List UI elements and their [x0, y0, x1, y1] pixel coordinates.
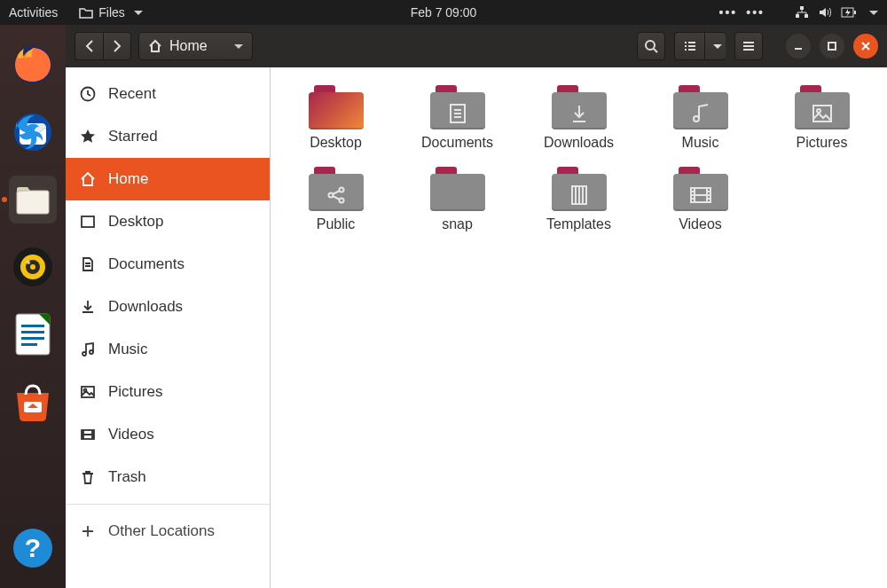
path-location-label: Home — [169, 38, 208, 54]
back-button[interactable] — [75, 32, 103, 60]
sidebar-item-videos[interactable]: Videos — [66, 413, 270, 456]
svg-rect-4 — [854, 11, 856, 14]
sidebar-item-label: Pictures — [108, 383, 162, 401]
folder-desktop[interactable]: Desktop — [279, 85, 392, 151]
svg-text:?: ? — [25, 533, 41, 562]
thunderbird-icon — [12, 112, 53, 153]
folder-icon — [309, 85, 364, 129]
down-icon — [552, 98, 607, 129]
close-button[interactable] — [853, 34, 878, 59]
battery-icon[interactable] — [841, 6, 857, 19]
svg-point-22 — [646, 41, 655, 50]
dock-app-help[interactable]: ? — [9, 524, 57, 572]
music-icon — [673, 98, 728, 129]
sidebar-item-label: Videos — [108, 426, 154, 443]
folder-label: Music — [682, 135, 719, 151]
folder-templates[interactable]: Templates — [522, 167, 635, 232]
sidebar-item-home[interactable]: Home — [66, 158, 270, 200]
sidebar-item-pictures[interactable]: Pictures — [66, 371, 270, 413]
clock[interactable]: Feb 7 09:00 — [411, 5, 477, 20]
folder-music[interactable]: Music — [644, 85, 757, 151]
desktop-icon — [80, 214, 96, 230]
minimize-button[interactable] — [786, 34, 811, 59]
document-icon — [80, 256, 96, 272]
nav-buttons — [75, 32, 131, 60]
sidebar-item-label: Documents — [108, 255, 184, 273]
sidebar-item-documents[interactable]: Documents — [66, 243, 270, 286]
volume-icon[interactable] — [818, 5, 832, 20]
svg-point-32 — [817, 109, 820, 113]
folder-label: Documents — [421, 135, 493, 151]
files-window: Home — [66, 25, 887, 588]
sidebar-item-starred[interactable]: Starred — [66, 115, 270, 158]
sidebar-item-label: Downloads — [108, 298, 183, 316]
network-icon[interactable] — [795, 5, 809, 20]
folder-public[interactable]: Public — [279, 167, 392, 232]
folder-label: Videos — [679, 216, 722, 232]
svg-rect-16 — [21, 331, 44, 333]
indicator-dots-icon[interactable]: ••• — [746, 5, 765, 20]
dock-app-software[interactable] — [9, 378, 57, 426]
folder-icon — [552, 85, 607, 129]
share-icon — [309, 179, 364, 211]
running-indicator-icon — [2, 197, 7, 202]
app-menu[interactable]: Files — [79, 5, 143, 20]
dock-app-libreoffice-writer[interactable] — [9, 310, 57, 358]
indicator-dots-icon[interactable]: ••• — [719, 5, 738, 20]
folder-snap[interactable]: snap — [401, 167, 514, 232]
path-bar[interactable]: Home — [138, 32, 253, 60]
view-options-button[interactable] — [704, 32, 726, 60]
forward-button[interactable] — [103, 32, 131, 60]
sidebar-item-label: Trash — [108, 468, 146, 486]
video-icon — [80, 427, 96, 443]
folder-label: snap — [442, 216, 473, 232]
music-icon — [80, 341, 96, 357]
folder-downloads[interactable]: Downloads — [522, 85, 635, 151]
folder-label: Desktop — [310, 135, 362, 151]
pic-icon — [795, 98, 850, 129]
chevron-down-icon — [713, 44, 722, 49]
hamburger-menu-button[interactable] — [734, 32, 763, 60]
app-menu-label: Files — [98, 5, 125, 20]
sidebar-item-label: Other Locations — [108, 522, 215, 540]
folder-icon — [673, 167, 728, 211]
view-switcher — [674, 32, 726, 60]
writer-icon — [14, 312, 51, 357]
list-view-button[interactable] — [674, 32, 704, 60]
svg-rect-15 — [21, 325, 44, 327]
doc-icon — [430, 98, 485, 129]
svg-rect-25 — [82, 216, 94, 227]
folder-icon — [430, 85, 485, 129]
sidebar-item-recent[interactable]: Recent — [66, 73, 270, 115]
sidebar-item-desktop[interactable]: Desktop — [66, 200, 270, 243]
folder-icon — [552, 167, 607, 211]
sidebar-item-music[interactable]: Music — [66, 328, 270, 371]
chevron-down-icon[interactable] — [869, 11, 878, 15]
templ-icon — [552, 179, 607, 211]
sidebar-item-label: Desktop — [108, 213, 163, 231]
search-button[interactable] — [637, 32, 665, 60]
trash-icon — [80, 469, 96, 485]
svg-point-26 — [90, 350, 93, 354]
dock: ? — [0, 25, 66, 588]
picture-icon — [80, 384, 96, 400]
icon-view[interactable]: Desktop Documents Downloads Music Pictur… — [271, 67, 887, 588]
sidebar-item-trash[interactable]: Trash — [66, 456, 270, 498]
folder-documents[interactable]: Documents — [401, 85, 514, 151]
sidebar-item-other-locations[interactable]: Other Locations — [66, 510, 270, 553]
svg-rect-2 — [805, 14, 808, 18]
svg-rect-18 — [21, 343, 37, 346]
dock-app-thunderbird[interactable] — [9, 108, 57, 156]
vid-icon — [673, 179, 728, 211]
folder-pictures[interactable]: Pictures — [765, 85, 878, 151]
maximize-button[interactable] — [820, 34, 844, 59]
folder-icon — [795, 85, 850, 129]
svg-rect-7 — [17, 191, 49, 214]
dock-app-firefox[interactable] — [9, 41, 57, 89]
dock-app-rhythmbox[interactable] — [9, 243, 57, 291]
activities-button[interactable]: Activities — [9, 5, 58, 20]
folder-videos[interactable]: Videos — [644, 167, 757, 232]
folder-icon — [309, 167, 364, 211]
dock-app-files[interactable] — [9, 176, 57, 223]
sidebar-item-downloads[interactable]: Downloads — [66, 286, 270, 328]
